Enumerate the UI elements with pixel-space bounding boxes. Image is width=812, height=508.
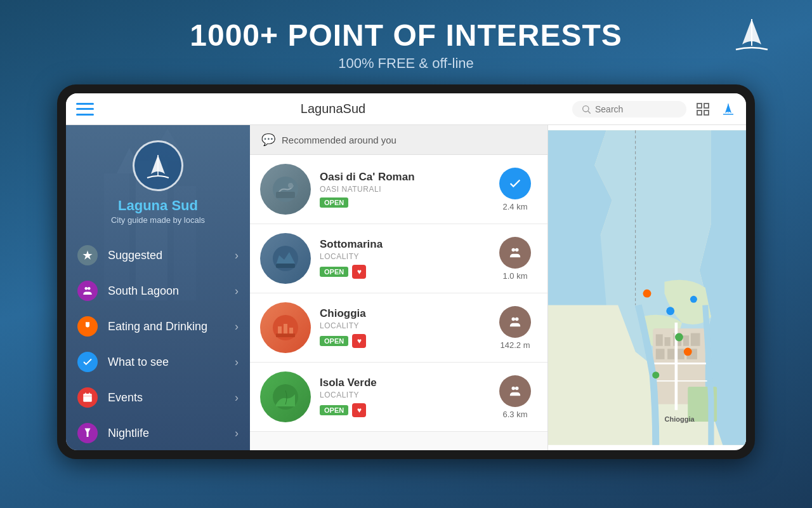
- sidebar-item-what-to-see[interactable]: What to see ›: [66, 344, 250, 380]
- grid-icon[interactable]: [695, 102, 710, 117]
- svg-point-50: [652, 371, 659, 378]
- svg-point-26: [515, 317, 519, 321]
- heart-tag[interactable]: ♥: [352, 403, 366, 417]
- item-distance: 1.0 km: [502, 271, 527, 281]
- item-thumbnail: [260, 302, 311, 353]
- check-icon: [508, 177, 522, 190]
- list-item[interactable]: Chioggia LOCALITY OPEN ♥ 142.2 m: [250, 293, 547, 363]
- thumbnail-image-icon: [273, 315, 298, 340]
- item-action[interactable]: 1.0 km: [493, 237, 537, 281]
- svg-rect-24: [276, 334, 295, 337]
- map-view: Chioggia: [548, 125, 746, 450]
- svg-rect-22: [284, 324, 287, 334]
- sidebar-item-eating[interactable]: Eating and Drinking ›: [66, 309, 250, 344]
- action-button[interactable]: [499, 306, 531, 338]
- what-to-see-icon: [77, 352, 98, 372]
- list-item[interactable]: Sottomarina LOCALITY OPEN ♥ 1.0 km: [250, 224, 547, 293]
- sidebar-header: Laguna Sud City guide made by locals: [66, 125, 250, 235]
- list-header: 💬 Recommended around you: [250, 125, 547, 155]
- sidebar-logo-icon: [142, 150, 174, 182]
- action-button[interactable]: [499, 237, 531, 269]
- sidebar-item-nightlife[interactable]: Nightlife ›: [66, 415, 250, 450]
- app-topbar-logo: [721, 102, 736, 117]
- search-bar[interactable]: [572, 101, 686, 117]
- open-tag: OPEN: [320, 336, 348, 346]
- svg-point-28: [512, 386, 516, 390]
- south-lagoon-arrow: ›: [235, 284, 239, 298]
- topbar-icons: [695, 102, 736, 117]
- nightlife-arrow: ›: [235, 427, 239, 440]
- list-panel: 💬 Recommended around you: [250, 125, 548, 450]
- svg-rect-40: [678, 349, 684, 359]
- sidebar-nav: Suggested › South Lagoon ›: [66, 237, 250, 450]
- item-name: Oasi di Ca' Roman: [320, 171, 484, 184]
- svg-rect-9: [83, 394, 92, 402]
- svg-rect-37: [691, 333, 700, 346]
- sidebar-logo: [133, 140, 183, 191]
- app-logo: [730, 13, 774, 57]
- item-thumbnail: [260, 164, 311, 215]
- svg-point-49: [684, 348, 692, 356]
- svg-rect-4: [697, 110, 702, 115]
- svg-rect-36: [683, 335, 689, 346]
- sidebar-content: Laguna Sud City guide made by locals Sug…: [66, 125, 250, 450]
- list-header-text: Recommended around you: [282, 135, 396, 145]
- svg-rect-33: [656, 334, 663, 345]
- item-action[interactable]: 6.3 km: [493, 375, 537, 419]
- item-tags: OPEN ♥: [320, 265, 484, 279]
- app-container: LagunaSud: [66, 93, 746, 450]
- item-category: LOCALITY: [320, 321, 484, 330]
- app-title: LagunaSud: [94, 102, 572, 116]
- list-header-icon: 💬: [261, 133, 275, 147]
- item-action[interactable]: 2.4 km: [493, 168, 537, 211]
- nightlife-label: Nightlife: [108, 427, 235, 440]
- svg-point-8: [88, 287, 91, 290]
- item-tags: OPEN ♥: [320, 334, 484, 348]
- menu-button[interactable]: [76, 103, 94, 116]
- top-header: 1000+ POINT OF INTERESTS 100% FREE & off…: [0, 0, 812, 78]
- svg-rect-2: [697, 104, 702, 108]
- eating-icon: [77, 316, 98, 337]
- item-action[interactable]: 142.2 m: [493, 306, 537, 350]
- sidebar-item-events[interactable]: Events ›: [66, 380, 250, 415]
- svg-rect-5: [704, 110, 709, 115]
- list-item[interactable]: Isola Verde LOCALITY OPEN ♥ 6.3 km: [250, 363, 547, 432]
- svg-text:Chioggia: Chioggia: [665, 415, 695, 423]
- search-icon: [581, 104, 591, 114]
- eating-arrow: ›: [235, 320, 239, 333]
- people-icon: [508, 315, 522, 329]
- item-distance: 6.3 km: [502, 410, 527, 419]
- svg-rect-39: [667, 349, 674, 359]
- thumbnail-image-icon: [273, 177, 298, 202]
- svg-rect-15: [276, 192, 295, 198]
- open-tag: OPEN: [320, 197, 348, 208]
- south-lagoon-label: South Lagoon: [108, 284, 235, 298]
- suggested-arrow: ›: [235, 249, 239, 262]
- what-to-see-label: What to see: [108, 356, 235, 369]
- sidebar-item-suggested[interactable]: Suggested ›: [66, 237, 250, 273]
- item-distance: 2.4 km: [502, 202, 527, 211]
- action-button[interactable]: [499, 168, 531, 199]
- sidebar-item-south-lagoon[interactable]: South Lagoon ›: [66, 273, 250, 309]
- item-thumbnail: [260, 233, 311, 284]
- heart-tag[interactable]: ♥: [352, 334, 366, 348]
- svg-point-46: [643, 290, 652, 298]
- device-frame: LagunaSud: [57, 84, 755, 459]
- open-tag: OPEN: [320, 267, 348, 277]
- item-category: OASI NATURALI: [320, 185, 484, 194]
- item-tags: OPEN: [320, 197, 484, 208]
- svg-point-7: [85, 287, 88, 290]
- map-panel[interactable]: Chioggia: [548, 125, 746, 450]
- heart-tag[interactable]: ♥: [352, 265, 366, 279]
- suggested-icon: [77, 245, 98, 265]
- svg-rect-38: [656, 349, 665, 359]
- svg-line-1: [588, 111, 591, 114]
- search-input[interactable]: [595, 104, 684, 114]
- item-category: LOCALITY: [320, 391, 484, 399]
- action-button[interactable]: [499, 375, 531, 407]
- list-item[interactable]: Oasi di Ca' Roman OASI NATURALI OPEN 2.4…: [250, 155, 547, 224]
- suggested-label: Suggested: [108, 249, 235, 262]
- item-tags: OPEN ♥: [320, 403, 484, 417]
- what-to-see-arrow: ›: [235, 356, 239, 369]
- people-icon: [508, 384, 522, 398]
